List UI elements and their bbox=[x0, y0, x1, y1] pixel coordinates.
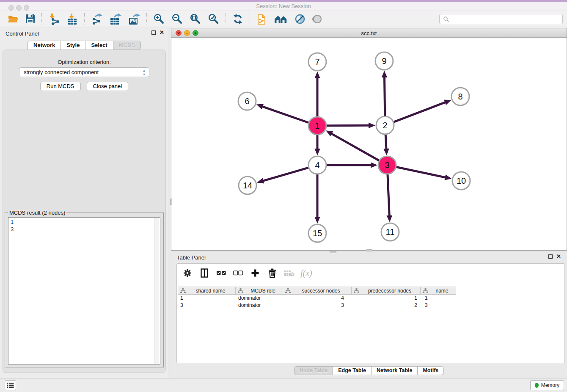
table-row[interactable]: 1dominator411 bbox=[178, 295, 564, 302]
column-type-icon bbox=[285, 288, 291, 293]
edge-arrow-3-10 bbox=[444, 174, 451, 180]
control-tab-mcds[interactable]: MCDS bbox=[113, 41, 141, 50]
edge-arrow-1-6 bbox=[256, 104, 264, 109]
splitter-grip-left[interactable] bbox=[170, 199, 172, 205]
edge-arrow-4-3 bbox=[371, 162, 377, 168]
graph-node-label-6: 6 bbox=[245, 97, 249, 106]
graph-node-label-11: 11 bbox=[386, 227, 395, 237]
main-toolbar bbox=[0, 11, 567, 27]
control-panel-tabs: NetworkStyleSelectMCDS bbox=[0, 41, 168, 50]
network-title: scc.txt bbox=[171, 30, 567, 36]
column-header-MCDS-role[interactable]: MCDS role bbox=[236, 287, 283, 295]
table-tab-edge-table[interactable]: Edge Table bbox=[333, 366, 372, 375]
close-panel-button[interactable]: Close panel bbox=[87, 82, 129, 91]
export-image-icon[interactable] bbox=[125, 12, 143, 26]
network-canvas[interactable]: 7968124314101511 bbox=[171, 38, 567, 250]
optimization-label: Optimization criterion: bbox=[3, 59, 165, 65]
graph-node-label-4: 4 bbox=[315, 160, 319, 170]
column-type-icon bbox=[354, 288, 359, 293]
edge-arrow-1-2 bbox=[369, 122, 375, 128]
refresh-styles-icon[interactable] bbox=[229, 12, 247, 26]
edge-arrow-3-11 bbox=[387, 215, 392, 222]
edge-4-14[interactable] bbox=[263, 168, 308, 181]
graph-node-label-8: 8 bbox=[458, 92, 462, 101]
delete-column-icon[interactable] bbox=[267, 268, 278, 278]
table-cell: 4 bbox=[283, 295, 352, 302]
edge-arrow-1-4 bbox=[314, 149, 320, 155]
control-tab-style[interactable]: Style bbox=[61, 41, 85, 50]
control-tab-select[interactable]: Select bbox=[85, 41, 113, 50]
edge-3-10[interactable] bbox=[396, 167, 446, 178]
add-column-icon[interactable] bbox=[250, 269, 261, 277]
save-session-icon[interactable] bbox=[22, 12, 39, 26]
search-field[interactable] bbox=[439, 14, 563, 24]
memory-button[interactable]: Memory bbox=[530, 380, 564, 390]
settings-gear-icon[interactable] bbox=[182, 269, 193, 277]
deselect-all-rows-icon[interactable] bbox=[233, 270, 244, 276]
select-spinner-icon: ▲▼ bbox=[143, 69, 146, 76]
control-tab-network[interactable]: Network bbox=[28, 41, 61, 50]
delete-table-icon bbox=[284, 270, 295, 277]
open-session-icon[interactable] bbox=[4, 12, 22, 26]
table-cell: dominator bbox=[236, 302, 283, 309]
memory-label: Memory bbox=[541, 382, 559, 388]
edge-arrow-2-3 bbox=[383, 149, 389, 155]
edge-2-9[interactable] bbox=[384, 77, 385, 116]
status-bar: Memory bbox=[0, 378, 567, 392]
control-panel-title: Control Panel bbox=[6, 30, 39, 37]
splitter-grip-table[interactable] bbox=[330, 251, 336, 253]
home-icon[interactable] bbox=[271, 12, 291, 26]
graph-node-label-2: 2 bbox=[383, 121, 387, 130]
export-table-icon[interactable] bbox=[106, 12, 125, 26]
close-table-panel-icon[interactable]: ✕ bbox=[556, 254, 561, 259]
import-table-icon[interactable] bbox=[63, 12, 81, 26]
column-header-predecessor-nodes[interactable]: predecessor nodes bbox=[352, 287, 421, 295]
search-input[interactable] bbox=[449, 16, 562, 22]
select-all-rows-icon[interactable] bbox=[216, 270, 227, 276]
export-network-icon[interactable] bbox=[88, 12, 106, 26]
edge-2-3[interactable] bbox=[385, 135, 386, 149]
zoom-in-icon[interactable] bbox=[150, 12, 168, 26]
edge-2-8[interactable] bbox=[394, 102, 446, 122]
zoom-selected-icon[interactable] bbox=[204, 12, 223, 26]
splitter-grip-bottom[interactable] bbox=[366, 249, 373, 251]
edge-1-6[interactable] bbox=[262, 106, 308, 123]
control-panel: Control Panel ✕ NetworkStyleSelectMCDS O… bbox=[0, 28, 168, 378]
eye-icon[interactable] bbox=[309, 12, 326, 26]
edge-3-1[interactable] bbox=[331, 133, 379, 160]
edge-arrow-4-15 bbox=[314, 217, 320, 224]
graph-node-label-3: 3 bbox=[385, 160, 389, 170]
network-from-file-icon[interactable] bbox=[253, 12, 271, 26]
column-header-shared-name[interactable]: shared name bbox=[178, 287, 236, 295]
optimization-select[interactable]: strongly connected component ▲▼ bbox=[19, 67, 149, 77]
optimization-value: strongly connected component bbox=[24, 69, 99, 75]
network-graph[interactable]: 7968124314101511 bbox=[171, 38, 567, 250]
column-header-successor-nodes[interactable]: successor nodes bbox=[283, 287, 352, 295]
zoom-out-icon[interactable] bbox=[168, 12, 186, 26]
table-cell: 3 bbox=[178, 302, 236, 309]
result-scrollbar[interactable] bbox=[154, 218, 160, 364]
memory-status-icon bbox=[535, 383, 539, 388]
edge-3-11[interactable] bbox=[388, 174, 389, 216]
column-type-icon bbox=[238, 288, 243, 293]
table-tab-node-table[interactable]: Node Table bbox=[294, 366, 333, 375]
table-tab-motifs[interactable]: Motifs bbox=[418, 366, 444, 375]
run-mcds-button[interactable]: Run MCDS bbox=[40, 82, 81, 91]
graph-node-label-14: 14 bbox=[243, 181, 252, 190]
float-panel-icon[interactable] bbox=[151, 30, 156, 35]
float-table-panel-icon[interactable] bbox=[548, 254, 553, 259]
table-rows: 1dominator4113dominator323 bbox=[178, 295, 564, 309]
table-tab-network-table[interactable]: Network Table bbox=[372, 366, 418, 375]
zoom-fit-icon[interactable] bbox=[186, 12, 204, 26]
mcds-result-group: MCDS result (2 nodes) 1 3 bbox=[5, 210, 164, 367]
table-row[interactable]: 3dominator323 bbox=[178, 302, 564, 309]
edge-1-2[interactable] bbox=[327, 125, 369, 126]
import-network-icon[interactable] bbox=[45, 12, 63, 26]
show-graphics-details-icon[interactable] bbox=[291, 12, 309, 26]
table-header: shared nameMCDS rolesuccessor nodesprede… bbox=[178, 287, 564, 295]
table-cell: 3 bbox=[421, 302, 456, 309]
close-panel-icon[interactable]: ✕ bbox=[160, 30, 164, 35]
task-history-button[interactable] bbox=[5, 380, 16, 390]
column-header-name[interactable]: name bbox=[421, 287, 456, 295]
show-column-icon[interactable] bbox=[199, 268, 210, 278]
